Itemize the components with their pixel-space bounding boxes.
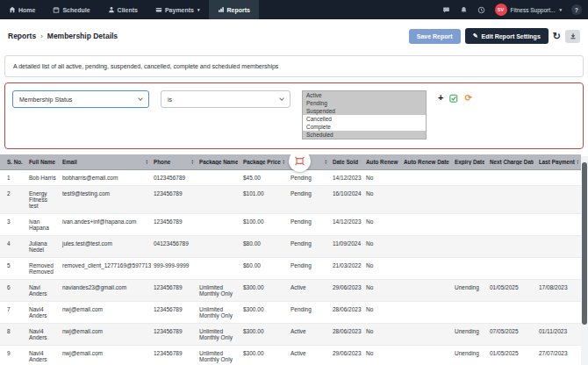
table-cell: Unending [452,346,487,364]
nav-item-payments[interactable]: Payments ▾ [147,0,209,19]
table-cell: Pending [288,170,330,186]
table-cell [487,170,536,186]
status-option[interactable]: Active [303,91,426,99]
filter-actions: + ⟳ [438,93,472,103]
status-option[interactable]: Scheduled [303,131,426,139]
column-header[interactable]: Auto Renew▲▼ [363,154,401,170]
bell-icon[interactable] [460,6,468,14]
transform-cursor-icon [294,155,305,167]
table-cell: $80.00 [240,236,288,258]
table-cell [197,258,240,280]
nav-item-home[interactable]: Home [0,0,44,19]
save-report-button[interactable]: Save Report [409,29,461,44]
edit-report-settings-button[interactable]: ✎ Edit Report Settings [465,28,549,44]
home-icon [9,6,16,13]
table-cell: Navi4 Anders [26,324,60,346]
chevron-down-icon [279,96,284,101]
refresh-icon[interactable]: ↻ [553,32,561,41]
table-cell [197,214,240,236]
nav-item-clients[interactable]: Clients [99,0,147,19]
table-cell: Ivan Hapana [26,214,60,236]
download-button[interactable] [565,30,580,43]
column-header-label: Phone [154,159,170,165]
history-clock-icon[interactable] [477,6,485,14]
table-cell [197,186,240,214]
table-cell: $45.00 [240,170,288,186]
column-header[interactable]: S. No.▲▼ [0,154,26,170]
nav-item-schedule[interactable]: Schedule [44,0,98,19]
filter-operator-select[interactable]: is [161,90,290,108]
table-cell: Unlimited Monthly Only [197,346,240,364]
page-title: Membership Details [47,32,118,40]
reset-filter-icon[interactable]: ⟳ [464,94,471,103]
clients-icon [108,6,115,13]
column-header-label: Auto Renew Date [404,159,449,165]
nav-item-reports[interactable]: Reports [209,0,259,19]
apply-check-icon[interactable] [449,94,458,103]
table-cell: ivan.andes+inf@hapana.com [60,214,151,236]
table-cell [197,236,240,258]
table-cell [487,302,536,324]
column-header[interactable]: Next Charge Date▲▼ [487,154,536,170]
chevron-down-icon: ▾ [197,7,200,12]
table-cell: 17/08/2023 [536,280,581,302]
table-cell: 21/03/2022 [330,258,363,280]
filter-field-value: Membership Status [19,97,72,103]
table-cell: 27/07/2023 [536,346,581,364]
table-cell: jules.test@test.com [60,236,151,258]
table-cell [401,280,452,302]
nav-item-label: Clients [118,7,138,13]
sort-icon: ▲▼ [577,160,578,165]
status-option[interactable]: Cancelled [303,115,426,123]
table-cell: 4 [0,236,26,258]
table-row: 6Navi Andersnaviandes23@gmail.com1234567… [0,280,581,302]
table-cell [401,170,452,186]
column-header[interactable]: Email▲▼ [60,154,151,170]
column-header[interactable]: Auto Renew Date▲▼ [401,154,452,170]
table-cell: 1 [0,170,26,186]
payments-icon [155,6,162,13]
column-header[interactable]: Package Name▲▼ [197,154,240,170]
table-cell: 07/05/2025 [487,324,536,346]
table-cell: nwj@email.com [60,302,151,324]
status-option[interactable]: Pending [303,99,426,107]
add-filter-icon[interactable]: + [438,93,443,103]
column-header-label: Auto Renew [366,159,398,165]
table-cell: removed_client_1277169@597713.com [60,258,151,280]
table-cell [536,236,581,258]
sort-icon: ▲▼ [146,160,148,165]
user-menu[interactable]: SV Fitness Support... ▾ [495,4,562,16]
breadcrumb-parent[interactable]: Reports [8,32,36,40]
column-header[interactable]: Package Price▲▼ [240,154,288,170]
chat-icon[interactable] [442,6,450,14]
table-cell: 5 [0,258,26,280]
vertical-scrollbar[interactable] [581,156,588,365]
column-header[interactable]: Date Sold▲▼ [330,154,363,170]
filter-field-select[interactable]: Membership Status [12,90,149,108]
table-row: 3Ivan Hapanaivan.andes+inf@hapana.com123… [0,214,581,236]
table-cell: Energy Fitness test [26,186,60,214]
table-cell: No [363,214,401,236]
help-icon[interactable]: ? [571,4,582,15]
table-cell [487,214,536,236]
table-cell: 3 [0,214,26,236]
column-header[interactable]: Last Payment▲▼ [536,154,581,170]
scrollbar-thumb[interactable] [582,162,587,325]
table-cell: 29/06/2023 [330,280,363,302]
table-cell: 2 [0,186,26,214]
column-header[interactable]: Phone▲▼ [151,154,197,170]
table-row: 4Juliana Nedeljules.test@test.com0412345… [0,236,581,258]
table-cell: Unlimited Monthly Only [197,280,240,302]
sort-icon: ▲▼ [191,160,194,165]
table-cell: $300.00 [240,280,288,302]
breadcrumb-bar: Reports › Membership Details Save Report… [0,19,588,53]
table-cell [536,170,581,186]
column-header[interactable]: Full Name▲▼ [26,154,60,170]
column-header-label: Full Name [29,159,55,165]
status-multiselect[interactable]: ActivePendingSuspendedCancelledCompleteS… [302,90,427,140]
nav-item-label: Schedule [62,7,90,13]
status-option[interactable]: Complete [303,123,426,131]
breadcrumb-separator: › [40,32,43,40]
status-option[interactable]: Suspended [303,107,426,115]
column-header[interactable]: Expiry Date▲▼ [452,154,487,170]
